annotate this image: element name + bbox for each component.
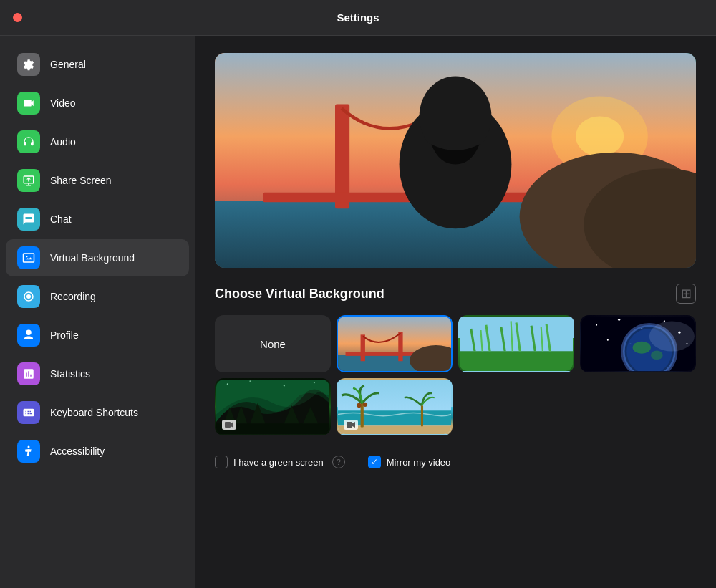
- svg-point-65: [357, 403, 361, 408]
- sidebar-item-share-screen[interactable]: Share Screen: [6, 162, 189, 199]
- green-screen-label: I have a green screen: [233, 457, 324, 468]
- svg-point-34: [618, 319, 620, 321]
- video-preview: [215, 53, 696, 268]
- main-layout: General Video Audio: [0, 36, 716, 588]
- chat-icon: [17, 208, 40, 231]
- sidebar-item-video[interactable]: Video: [6, 85, 189, 122]
- background-space[interactable]: [580, 315, 696, 372]
- svg-point-3: [28, 446, 30, 448]
- sidebar-label-audio: Audio: [50, 136, 76, 148]
- green-screen-option[interactable]: I have a green screen ?: [215, 456, 345, 468]
- none-label: None: [260, 338, 286, 350]
- mirror-video-checkbox[interactable]: ✓: [368, 456, 381, 468]
- video-bg: [215, 53, 696, 268]
- headphone-icon: [17, 130, 40, 153]
- svg-point-6: [576, 116, 624, 156]
- video-icon-aurora: [222, 420, 236, 430]
- sidebar-label-recording: Recording: [50, 291, 96, 302]
- svg-point-2: [26, 294, 31, 299]
- svg-point-33: [596, 324, 597, 326]
- svg-rect-64: [421, 405, 423, 426]
- sidebar-item-audio[interactable]: Audio: [6, 123, 189, 160]
- svg-point-66: [363, 403, 367, 407]
- bottom-options: I have a green screen ? ✓ Mirror my vide…: [215, 456, 696, 468]
- statistics-icon: [17, 362, 40, 385]
- section-title: Choose Virtual Background: [215, 286, 384, 302]
- background-golden-gate[interactable]: [337, 315, 453, 372]
- section-header: Choose Virtual Background ⊞: [215, 284, 696, 304]
- sidebar-item-keyboard-shortcuts[interactable]: Keyboard Shortcuts: [6, 394, 189, 431]
- svg-point-36: [664, 320, 665, 322]
- background-grass[interactable]: [458, 315, 574, 372]
- sidebar-item-virtual-background[interactable]: Virtual Background: [6, 239, 189, 276]
- svg-rect-17: [361, 334, 365, 361]
- keyboard-icon: [17, 401, 40, 424]
- svg-marker-59: [231, 422, 233, 428]
- plus-icon: ⊞: [681, 286, 692, 302]
- sidebar-label-chat: Chat: [50, 213, 72, 225]
- sidebar-item-profile[interactable]: Profile: [6, 317, 189, 354]
- add-background-button[interactable]: ⊞: [676, 284, 696, 304]
- sidebar-label-keyboard-shortcuts: Keyboard Shortcuts: [50, 407, 138, 418]
- mirror-video-option[interactable]: ✓ Mirror my video: [368, 456, 451, 468]
- svg-marker-68: [352, 422, 355, 428]
- background-icon: [17, 246, 40, 269]
- svg-point-0: [26, 256, 27, 257]
- background-beach[interactable]: [337, 378, 453, 435]
- sidebar-item-statistics[interactable]: Statistics: [6, 355, 189, 392]
- accessibility-icon: [17, 440, 40, 463]
- sidebar-label-virtual-background: Virtual Background: [50, 252, 135, 264]
- content-area: Choose Virtual Background ⊞ None: [195, 36, 716, 588]
- sidebar-item-general[interactable]: General: [6, 46, 189, 83]
- gear-icon: [17, 53, 40, 76]
- titlebar: Settings: [0, 0, 716, 36]
- sidebar-label-share-screen: Share Screen: [50, 175, 112, 186]
- profile-icon: [17, 324, 40, 347]
- sidebar-item-chat[interactable]: Chat: [6, 201, 189, 238]
- svg-point-43: [633, 342, 651, 354]
- sidebar-label-general: General: [50, 59, 86, 70]
- recording-icon: [17, 285, 40, 308]
- background-none[interactable]: None: [215, 315, 331, 372]
- close-button[interactable]: [13, 13, 22, 22]
- video-icon: [17, 92, 40, 115]
- sidebar-label-statistics: Statistics: [50, 368, 90, 380]
- svg-rect-21: [460, 317, 573, 352]
- sidebar: General Video Audio: [0, 36, 195, 588]
- svg-rect-22: [460, 352, 573, 371]
- background-aurora[interactable]: [215, 378, 331, 435]
- sidebar-label-video: Video: [50, 97, 76, 109]
- mirror-video-label: Mirror my video: [387, 457, 451, 468]
- help-icon[interactable]: ?: [332, 456, 345, 468]
- svg-point-44: [651, 350, 663, 360]
- sidebar-item-accessibility[interactable]: Accessibility: [6, 433, 189, 470]
- svg-rect-67: [347, 422, 352, 428]
- sidebar-label-accessibility: Accessibility: [50, 445, 105, 457]
- svg-point-14: [420, 76, 492, 156]
- green-screen-checkbox[interactable]: [215, 456, 228, 468]
- share-screen-icon: [17, 169, 40, 192]
- sidebar-label-profile: Profile: [50, 329, 79, 341]
- svg-point-46: [649, 321, 695, 351]
- svg-rect-58: [225, 422, 231, 428]
- background-grid: None: [215, 315, 696, 435]
- svg-rect-63: [361, 403, 364, 428]
- sidebar-item-recording[interactable]: Recording: [6, 278, 189, 315]
- svg-point-38: [607, 339, 609, 341]
- window-title: Settings: [337, 11, 379, 24]
- svg-rect-18: [398, 332, 402, 361]
- video-icon-beach: [344, 420, 358, 430]
